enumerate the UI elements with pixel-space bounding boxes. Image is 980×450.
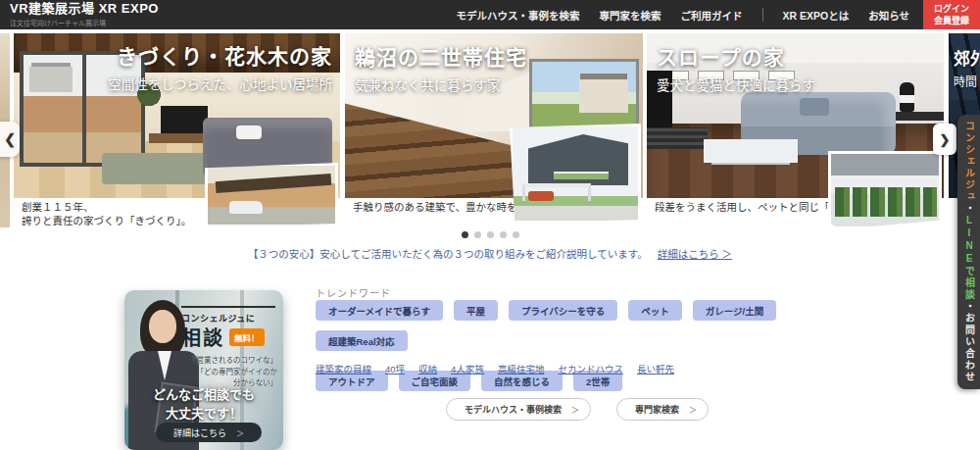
- promise-line2: 大丈夫です！: [124, 405, 283, 424]
- site-subtitle: 注文住宅向けバーチャル展示場: [10, 18, 159, 27]
- page: VR建築展示場 XR EXPO 注文住宅向けバーチャル展示場 モデルハウス・事例…: [0, 0, 980, 450]
- divider-line: [181, 306, 275, 308]
- slide1-subtitle: 空間性をしつらえた、心地よい居場所: [108, 74, 332, 93]
- carousel-slide-3[interactable]: スロープの家 愛犬と愛猫と快適に暮らす 段差をうまく活用し、ペットと同じ「目線」…: [647, 33, 944, 227]
- tag-links: 建築家の目線 40坪 収納 4人家族 高級住宅地 セカンドハウス 長い軒先: [316, 362, 674, 375]
- chevron-right-icon: ＞: [689, 404, 697, 415]
- login-label: ログイン: [934, 3, 969, 15]
- slide3-pillow: [800, 98, 829, 116]
- chevron-right-icon: ＞: [236, 427, 244, 438]
- concierge-detail-button[interactable]: 詳細はこちら ＞: [156, 423, 262, 442]
- slide2-subtitle: 気兼ねなく共に暮らす家: [355, 75, 527, 94]
- concierge-heading-big: 相談: [181, 323, 224, 351]
- carousel-prev-button[interactable]: ❮: [0, 122, 20, 157]
- tag-link-architect[interactable]: 建築家の目線: [316, 362, 371, 375]
- nav-search-models[interactable]: モデルハウス・事例を検索: [457, 8, 580, 23]
- tab-line-label: LINEで相談: [964, 215, 975, 301]
- slide1-title-block: きづくり・花水木の家 空間性をしつらえた、心地よい居場所: [108, 40, 332, 93]
- trend-chip-privacy[interactable]: プライバシーを守る: [509, 300, 617, 321]
- login-register-button[interactable]: ログイン 会員登録: [923, 0, 980, 29]
- quote-line: 「どの専門家がイイのか: [189, 367, 277, 378]
- slide3-title: スロープの家: [657, 41, 815, 71]
- slide2-exterior-render: [510, 124, 641, 224]
- tag-link-storage[interactable]: 収納: [418, 362, 437, 375]
- trend-chip-order-made[interactable]: オーダーメイドで暮らす: [316, 300, 443, 321]
- header: VR建築展示場 XR EXPO 注文住宅向けバーチャル展示場 モデルハウス・事例…: [0, 0, 980, 29]
- concierge-detail-label: 詳細はこちら: [173, 426, 226, 439]
- trend-words-label: トレンドワード: [316, 285, 391, 300]
- nav-about[interactable]: XR EXPOとは: [783, 8, 850, 23]
- tab-separator: ・: [964, 203, 975, 215]
- pagination-dot-1[interactable]: [462, 231, 468, 238]
- register-label: 会員登録: [934, 15, 969, 26]
- tag-link-secondhouse[interactable]: セカンドハウス: [558, 362, 623, 375]
- trend-chip-real[interactable]: 超建築Real対応: [316, 330, 408, 351]
- pagination-dot-4[interactable]: [500, 231, 507, 238]
- brand[interactable]: VR建築展示場 XR EXPO 注文住宅向けバーチャル展示場: [10, 2, 159, 26]
- slide3-exterior-render: [828, 151, 942, 227]
- tab-inquiry-label: ・お問い合わせ: [964, 301, 975, 383]
- carousel-pagination: [0, 231, 980, 238]
- pagination-dot-5[interactable]: [513, 231, 519, 238]
- slide3-dog: [900, 82, 914, 112]
- slide3-render-trees: [835, 187, 937, 217]
- tab-concierge-label: コンシェルジュ: [964, 121, 975, 203]
- notice-text: 【３つの安心】安心してご活用いただく為の３つの取り組みをご紹介説明しています。: [248, 248, 648, 260]
- slide2-title-block: 鵜沼の二世帯住宅 気兼ねなく共に暮らす家: [355, 41, 527, 94]
- slide1-window-frame: [82, 55, 86, 163]
- concierge-woman-shirt: [158, 351, 172, 380]
- slide3-title-block: スロープの家 愛犬と愛猫と快適に暮らす: [657, 41, 815, 94]
- expert-search-button[interactable]: 専門家検索 ＞: [616, 398, 709, 421]
- trend-chip-garage[interactable]: ガレージ/土間: [693, 300, 776, 321]
- tag-link-eaves[interactable]: 長い軒先: [637, 362, 674, 375]
- nav-search-experts[interactable]: 専門家を検索: [600, 8, 662, 23]
- slide1-exterior-render: [205, 163, 338, 227]
- nav-guide[interactable]: ご利用ガイド: [681, 8, 743, 23]
- slide2-neighbor-house: [579, 79, 628, 113]
- slide1-title: きづくり・花水木の家: [108, 40, 332, 70]
- trend-words: オーダーメイドで暮らす 平屋 プライバシーを守る ペット ガレージ/土間 超建築…: [316, 300, 813, 391]
- concierge-card[interactable]: コンシェルジュに 相談 無料！ 「営業されるのコワイな」 「どの専門家がイイのか…: [124, 290, 283, 450]
- slide1-outside-house: [29, 67, 73, 92]
- slide1-render-roof: [216, 174, 332, 193]
- slide4-subtitle: 時間: [954, 73, 977, 90]
- slide3-subtitle: 愛犬と愛猫と快適に暮らす: [657, 75, 815, 94]
- tag-link-40tsubo[interactable]: 40坪: [385, 362, 405, 375]
- pagination-dot-2[interactable]: [474, 231, 481, 238]
- nav-divider: [762, 8, 763, 22]
- carousel-next-button[interactable]: ❯: [933, 124, 956, 155]
- top-nav: モデルハウス・事例を検索 専門家を検索 ご利用ガイド XR EXPOとは お知ら…: [457, 8, 909, 23]
- concierge-quotes: 「営業されるのコワイな」 「どの専門家がイイのか 分からない」: [189, 355, 277, 389]
- chevron-right-icon: ＞: [571, 404, 579, 415]
- trend-chip-hiraya[interactable]: 平屋: [454, 300, 498, 321]
- concierge-promise: どんなご相談でも 大丈夫です！: [124, 386, 283, 424]
- chevron-right-icon: ❯: [940, 132, 951, 147]
- slide1-render-car: [229, 201, 263, 214]
- slide4-title: 郊外: [954, 45, 980, 70]
- notice-detail-link[interactable]: 詳細はこちら ＞: [658, 248, 732, 260]
- pagination-dot-3[interactable]: [487, 231, 494, 238]
- tag-link-luxury[interactable]: 高級住宅地: [498, 362, 545, 375]
- site-title: VR建築展示場 XR EXPO: [10, 2, 159, 16]
- concierge-woman-face: [149, 310, 176, 343]
- concierge-heading-row: 相談 無料！: [181, 323, 265, 351]
- carousel-slide-2[interactable]: 鵜沼の二世帯住宅 気兼ねなく共に暮らす家 手触り感のある建築で、豊かな時を重ねる…: [345, 33, 643, 227]
- slide3-coffee-table: [704, 139, 798, 163]
- quote-line: 「営業されるのコワイな」: [189, 355, 277, 367]
- expert-search-label: 専門家検索: [635, 403, 679, 416]
- slide3-av-cabinet: [647, 127, 708, 149]
- chevron-left-icon: ❮: [4, 131, 16, 147]
- free-badge: 無料！: [229, 328, 265, 346]
- slide2-render-car: [528, 191, 554, 201]
- search-buttons: モデルハウス・事例検索 ＞ 専門家検索 ＞: [446, 398, 709, 421]
- slide1-pillow: [236, 125, 262, 139]
- tag-link-family4[interactable]: 4人家族: [451, 362, 484, 375]
- nav-news[interactable]: お知らせ: [868, 8, 909, 23]
- slide2-render-deck: [554, 172, 609, 179]
- carousel-slide-1[interactable]: きづくり・花水木の家 空間性をしつらえた、心地よい居場所 創業１１５年、 誇りと…: [14, 33, 340, 227]
- contact-side-tab-text: コンシェルジュ・LINEで相談・お問い合わせ: [964, 121, 974, 383]
- trend-chip-pet[interactable]: ペット: [628, 300, 682, 321]
- model-house-search-button[interactable]: モデルハウス・事例検索 ＞: [446, 398, 591, 421]
- slide1-tv: [161, 106, 208, 133]
- contact-side-tab[interactable]: コンシェルジュ・LINEで相談・お問い合わせ: [957, 115, 980, 389]
